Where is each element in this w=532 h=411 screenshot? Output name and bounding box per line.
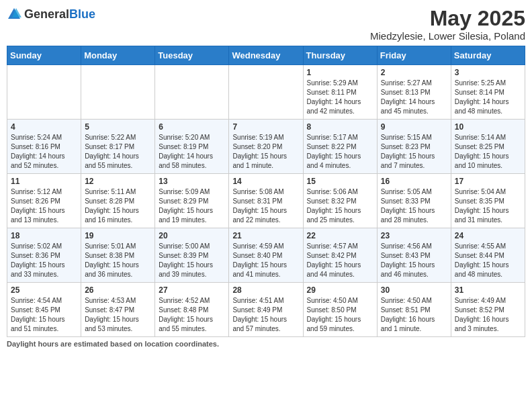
day-number: 29: [307, 285, 373, 295]
day-detail: Sunrise: 5:02 AM Sunset: 8:36 PM Dayligh…: [11, 242, 77, 279]
calendar-cell-2-2: 5Sunrise: 5:22 AM Sunset: 8:17 PM Daylig…: [81, 120, 155, 174]
day-number: 25: [11, 285, 77, 295]
day-detail: Sunrise: 5:08 AM Sunset: 8:31 PM Dayligh…: [232, 187, 299, 225]
day-number: 20: [159, 231, 225, 240]
calendar-cell-1-4: [229, 65, 303, 120]
calendar-cell-5-1: 25Sunrise: 4:54 AM Sunset: 8:45 PM Dayli…: [7, 283, 81, 337]
calendar-cell-5-2: 26Sunrise: 4:53 AM Sunset: 8:47 PM Dayli…: [81, 283, 155, 337]
calendar-cell-4-3: 20Sunrise: 5:00 AM Sunset: 8:39 PM Dayli…: [155, 228, 229, 283]
day-number: 8: [307, 122, 373, 132]
calendar-cell-5-3: 27Sunrise: 4:52 AM Sunset: 8:48 PM Dayli…: [155, 283, 229, 337]
day-detail: Sunrise: 4:50 AM Sunset: 8:51 PM Dayligh…: [381, 296, 447, 334]
day-detail: Sunrise: 4:56 AM Sunset: 8:43 PM Dayligh…: [381, 242, 447, 279]
day-detail: Sunrise: 5:09 AM Sunset: 8:29 PM Dayligh…: [159, 187, 225, 225]
day-detail: Sunrise: 4:59 AM Sunset: 8:40 PM Dayligh…: [232, 242, 299, 279]
day-detail: Sunrise: 5:11 AM Sunset: 8:28 PM Dayligh…: [85, 187, 151, 225]
calendar-title: May 2025: [370, 7, 525, 30]
calendar-cell-4-7: 24Sunrise: 4:55 AM Sunset: 8:44 PM Dayli…: [451, 228, 525, 283]
calendar-table: SundayMondayTuesdayWednesdayThursdayFrid…: [7, 46, 525, 337]
day-number: 14: [232, 177, 299, 186]
day-detail: Sunrise: 5:15 AM Sunset: 8:23 PM Dayligh…: [381, 133, 447, 171]
day-detail: Sunrise: 4:49 AM Sunset: 8:52 PM Dayligh…: [455, 296, 521, 334]
day-number: 10: [455, 122, 521, 132]
day-header-friday: Friday: [377, 46, 451, 65]
day-number: 12: [85, 177, 151, 186]
day-number: 22: [307, 231, 373, 240]
day-number: 5: [85, 122, 151, 132]
day-detail: Sunrise: 4:57 AM Sunset: 8:42 PM Dayligh…: [307, 242, 373, 279]
title-block: May 2025 Miedzylesie, Lower Silesia, Pol…: [370, 7, 525, 42]
calendar-body: 1Sunrise: 5:29 AM Sunset: 8:11 PM Daylig…: [7, 65, 525, 337]
calendar-header: SundayMondayTuesdayWednesdayThursdayFrid…: [7, 46, 525, 65]
day-detail: Sunrise: 5:04 AM Sunset: 8:35 PM Dayligh…: [455, 187, 521, 225]
day-detail: Sunrise: 5:27 AM Sunset: 8:13 PM Dayligh…: [381, 79, 447, 116]
day-number: 7: [232, 122, 299, 132]
day-number: 13: [159, 177, 225, 186]
calendar-cell-5-4: 28Sunrise: 4:51 AM Sunset: 8:49 PM Dayli…: [229, 283, 303, 337]
day-detail: Sunrise: 5:20 AM Sunset: 8:19 PM Dayligh…: [159, 133, 225, 171]
calendar-subtitle: Miedzylesie, Lower Silesia, Poland: [370, 30, 525, 42]
day-detail: Sunrise: 5:22 AM Sunset: 8:17 PM Dayligh…: [85, 133, 151, 171]
day-detail: Sunrise: 5:06 AM Sunset: 8:32 PM Dayligh…: [307, 187, 373, 225]
logo-blue-text: Blue: [69, 7, 95, 21]
calendar-cell-5-7: 31Sunrise: 4:49 AM Sunset: 8:52 PM Dayli…: [451, 283, 525, 337]
day-number: 26: [85, 285, 151, 295]
calendar-cell-4-5: 22Sunrise: 4:57 AM Sunset: 8:42 PM Dayli…: [303, 228, 377, 283]
calendar-cell-3-3: 13Sunrise: 5:09 AM Sunset: 8:29 PM Dayli…: [155, 174, 229, 228]
logo-general-text: General: [24, 7, 69, 21]
day-detail: Sunrise: 5:19 AM Sunset: 8:20 PM Dayligh…: [232, 133, 299, 171]
logo: GeneralBlue: [7, 7, 95, 21]
day-number: 19: [85, 231, 151, 240]
calendar-cell-5-5: 29Sunrise: 4:50 AM Sunset: 8:50 PM Dayli…: [303, 283, 377, 337]
calendar-cell-4-2: 19Sunrise: 5:01 AM Sunset: 8:38 PM Dayli…: [81, 228, 155, 283]
calendar-cell-4-6: 23Sunrise: 4:56 AM Sunset: 8:43 PM Dayli…: [377, 228, 451, 283]
day-number: 30: [381, 285, 447, 295]
day-header-monday: Monday: [81, 46, 155, 65]
day-header-tuesday: Tuesday: [155, 46, 229, 65]
day-detail: Sunrise: 4:52 AM Sunset: 8:48 PM Dayligh…: [159, 296, 225, 334]
day-detail: Sunrise: 4:54 AM Sunset: 8:45 PM Dayligh…: [11, 296, 77, 334]
day-detail: Sunrise: 5:05 AM Sunset: 8:33 PM Dayligh…: [381, 187, 447, 225]
day-header-thursday: Thursday: [303, 46, 377, 65]
calendar-cell-1-6: 2Sunrise: 5:27 AM Sunset: 8:13 PM Daylig…: [377, 65, 451, 120]
calendar-cell-3-4: 14Sunrise: 5:08 AM Sunset: 8:31 PM Dayli…: [229, 174, 303, 228]
day-detail: Sunrise: 5:01 AM Sunset: 8:38 PM Dayligh…: [85, 242, 151, 279]
day-detail: Sunrise: 5:29 AM Sunset: 8:11 PM Dayligh…: [307, 79, 373, 116]
day-number: 24: [455, 231, 521, 240]
day-header-saturday: Saturday: [451, 46, 525, 65]
day-header-sunday: Sunday: [7, 46, 81, 65]
day-number: 4: [11, 122, 77, 132]
day-number: 3: [455, 68, 521, 77]
header: GeneralBlue May 2025 Miedzylesie, Lower …: [7, 7, 525, 42]
day-number: 27: [159, 285, 225, 295]
calendar-cell-3-7: 17Sunrise: 5:04 AM Sunset: 8:35 PM Dayli…: [451, 174, 525, 228]
day-number: 6: [159, 122, 225, 132]
calendar-cell-3-5: 15Sunrise: 5:06 AM Sunset: 8:32 PM Dayli…: [303, 174, 377, 228]
calendar-cell-1-2: [81, 65, 155, 120]
day-detail: Sunrise: 4:55 AM Sunset: 8:44 PM Dayligh…: [455, 242, 521, 279]
calendar-cell-1-1: [7, 65, 81, 120]
day-number: 23: [381, 231, 447, 240]
day-number: 9: [381, 122, 447, 132]
day-number: 18: [11, 231, 77, 240]
calendar-week-1: 1Sunrise: 5:29 AM Sunset: 8:11 PM Daylig…: [7, 65, 525, 120]
days-of-week-row: SundayMondayTuesdayWednesdayThursdayFrid…: [7, 46, 525, 65]
calendar-cell-3-6: 16Sunrise: 5:05 AM Sunset: 8:33 PM Dayli…: [377, 174, 451, 228]
calendar-cell-3-1: 11Sunrise: 5:12 AM Sunset: 8:26 PM Dayli…: [7, 174, 81, 228]
day-detail: Sunrise: 5:12 AM Sunset: 8:26 PM Dayligh…: [11, 187, 77, 225]
calendar-cell-2-3: 6Sunrise: 5:20 AM Sunset: 8:19 PM Daylig…: [155, 120, 229, 174]
day-detail: Sunrise: 4:50 AM Sunset: 8:50 PM Dayligh…: [307, 296, 373, 334]
footer-daylight-label: Daylight hours: [7, 340, 58, 348]
day-number: 28: [232, 285, 299, 295]
day-number: 11: [11, 177, 77, 186]
logo-icon: [7, 7, 21, 21]
day-number: 31: [455, 285, 521, 295]
calendar-cell-2-1: 4Sunrise: 5:24 AM Sunset: 8:16 PM Daylig…: [7, 120, 81, 174]
calendar-cell-1-5: 1Sunrise: 5:29 AM Sunset: 8:11 PM Daylig…: [303, 65, 377, 120]
footer-note: Daylight hours are estimated based on lo…: [7, 340, 525, 348]
day-number: 2: [381, 68, 447, 77]
day-header-wednesday: Wednesday: [229, 46, 303, 65]
calendar-cell-2-5: 8Sunrise: 5:17 AM Sunset: 8:22 PM Daylig…: [303, 120, 377, 174]
calendar-cell-1-7: 3Sunrise: 5:25 AM Sunset: 8:14 PM Daylig…: [451, 65, 525, 120]
calendar-cell-5-6: 30Sunrise: 4:50 AM Sunset: 8:51 PM Dayli…: [377, 283, 451, 337]
